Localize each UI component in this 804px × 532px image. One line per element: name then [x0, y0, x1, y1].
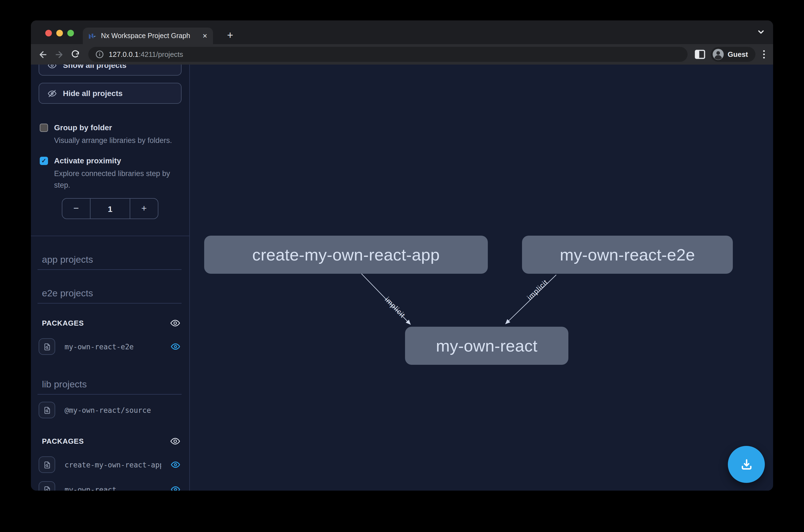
reload-icon[interactable]	[69, 48, 81, 60]
project-row[interactable]: my-own-react	[39, 481, 181, 491]
proximity-depth-stepper: − 1 +	[62, 198, 158, 219]
tab-title: Nx Workspace Project Graph	[101, 32, 198, 40]
project-row[interactable]: @my-own-react/source	[39, 402, 181, 418]
forward-icon[interactable]	[53, 48, 65, 60]
project-visible-eye-icon[interactable]	[171, 484, 180, 491]
group-by-folder-checkbox[interactable]	[40, 124, 48, 132]
browser-toolbar: 127.0.0.1:4211/projects Guest	[31, 44, 773, 64]
file-search-icon[interactable]	[39, 402, 55, 418]
tab-close-icon[interactable]: ✕	[203, 33, 208, 39]
new-tab-button[interactable]: +	[223, 28, 237, 42]
packages-section-header: PACKAGES	[39, 436, 181, 446]
zoom-window-button[interactable]	[67, 30, 74, 36]
file-search-icon[interactable]	[39, 338, 55, 355]
address-bar[interactable]: 127.0.0.1:4211/projects	[88, 47, 687, 62]
nx-logo-icon	[88, 32, 97, 40]
traffic-lights	[45, 30, 74, 36]
show-all-projects-label: Show all projects	[63, 64, 126, 70]
group-by-folder-option: Group by folder Visually arrange librari…	[39, 122, 181, 146]
toggle-section-visibility-icon[interactable]	[170, 436, 180, 446]
graph-node-create-my-own-react-app[interactable]: create-my-own-react-app	[204, 236, 488, 274]
eye-icon	[47, 64, 57, 70]
project-row[interactable]: create-my-own-react-app	[39, 456, 181, 473]
desktop: Nx Workspace Project Graph ✕ +	[0, 0, 804, 532]
hide-all-projects-label: Hide all projects	[63, 89, 122, 98]
graph-node-my-own-react[interactable]: my-own-react	[405, 327, 568, 365]
eye-slash-icon	[47, 89, 57, 98]
e2e-projects-heading: e2e projects	[38, 288, 181, 304]
packages-heading: PACKAGES	[42, 319, 84, 327]
download-graph-button[interactable]	[728, 446, 765, 483]
side-panel-icon[interactable]	[694, 50, 705, 59]
packages-section-header: PACKAGES	[39, 318, 181, 328]
toggle-section-visibility-icon[interactable]	[170, 318, 180, 328]
app-projects-heading: app projects	[38, 254, 181, 270]
project-graph-canvas[interactable]: implicit implicit create-my-own-react-ap…	[190, 64, 773, 491]
activate-proximity-checkbox[interactable]: ✓	[40, 157, 48, 165]
activate-proximity-option: ✓ Activate proximity Explore connected l…	[39, 156, 181, 191]
site-info-icon[interactable]	[95, 50, 104, 58]
graph-edges: implicit implicit	[190, 64, 773, 491]
profile-name: Guest	[728, 50, 748, 58]
packages-heading: PACKAGES	[42, 437, 84, 445]
browser-menu-icon[interactable]	[761, 50, 767, 59]
sidebar-divider	[31, 236, 189, 236]
project-name: my-own-react	[64, 486, 161, 491]
increment-button[interactable]: +	[130, 199, 158, 218]
browser-window: Nx Workspace Project Graph ✕ +	[31, 20, 773, 491]
decrement-button[interactable]: −	[62, 199, 90, 218]
group-by-folder-description: Visually arrange libraries by folders.	[54, 135, 172, 146]
edge-label: implicit	[525, 278, 549, 302]
browser-tab[interactable]: Nx Workspace Project Graph ✕	[83, 27, 213, 44]
chevron-down-icon[interactable]	[757, 28, 765, 38]
file-search-icon[interactable]	[39, 456, 55, 473]
page-content: Show all projects Hide all projects Grou…	[31, 64, 773, 491]
close-window-button[interactable]	[45, 30, 52, 36]
project-name: my-own-react-e2e	[64, 342, 161, 351]
group-by-folder-label: Group by folder	[54, 122, 172, 132]
activate-proximity-label: Activate proximity	[54, 156, 181, 166]
depth-value[interactable]: 1	[90, 199, 130, 218]
url-text: 127.0.0.1:4211/projects	[109, 50, 183, 58]
hide-all-projects-button[interactable]: Hide all projects	[39, 83, 181, 104]
browser-titlebar: Nx Workspace Project Graph ✕ +	[31, 20, 773, 44]
sidebar: Show all projects Hide all projects Grou…	[31, 64, 190, 491]
back-icon[interactable]	[37, 48, 49, 60]
minimize-window-button[interactable]	[56, 30, 63, 36]
project-name: create-my-own-react-app	[64, 460, 161, 469]
project-visible-eye-icon[interactable]	[171, 342, 180, 352]
activate-proximity-description: Explore connected libraries step by step…	[54, 168, 181, 191]
project-row[interactable]: my-own-react-e2e	[39, 338, 181, 355]
project-name: @my-own-react/source	[64, 406, 181, 414]
show-all-projects-button[interactable]: Show all projects	[39, 64, 181, 76]
avatar	[712, 49, 724, 60]
graph-node-my-own-react-e2e[interactable]: my-own-react-e2e	[522, 236, 733, 274]
profile-button[interactable]: Guest	[710, 47, 755, 62]
download-icon	[739, 457, 753, 472]
project-visible-eye-icon[interactable]	[171, 460, 180, 470]
lib-projects-heading: lib projects	[38, 379, 181, 395]
file-search-icon[interactable]	[39, 481, 55, 491]
edge-label: implicit	[383, 295, 407, 319]
